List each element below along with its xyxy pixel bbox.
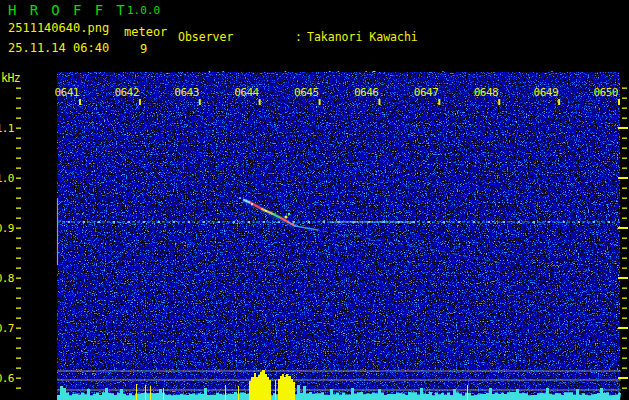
- svg-text:0644: 0644: [234, 86, 259, 99]
- svg-text:0646: 0646: [354, 86, 379, 99]
- svg-text:0.8: 0.8: [0, 272, 14, 285]
- svg-text:0649: 0649: [534, 86, 559, 99]
- svg-text:kHz: kHz: [1, 71, 20, 85]
- svg-text:0641: 0641: [55, 86, 80, 99]
- svg-text:0.9: 0.9: [0, 222, 14, 235]
- hrofft-screen: { "app": { "title": "H R O F F T", "vers…: [0, 0, 629, 400]
- svg-text:0648: 0648: [474, 86, 499, 99]
- noise-texture: [57, 72, 620, 400]
- svg-text:0647: 0647: [414, 86, 439, 99]
- svg-text:0.6: 0.6: [0, 372, 14, 385]
- svg-text:0645: 0645: [294, 86, 319, 99]
- svg-text:0650: 0650: [594, 86, 619, 99]
- svg-text:1.0: 1.0: [0, 172, 14, 185]
- svg-text:0642: 0642: [114, 86, 139, 99]
- spectrogram-plot: kHz1.11.00.90.80.70.60641064206430644064…: [0, 0, 629, 400]
- svg-text:0643: 0643: [174, 86, 199, 99]
- svg-text:1.1: 1.1: [0, 122, 14, 135]
- svg-text:0.7: 0.7: [0, 322, 14, 335]
